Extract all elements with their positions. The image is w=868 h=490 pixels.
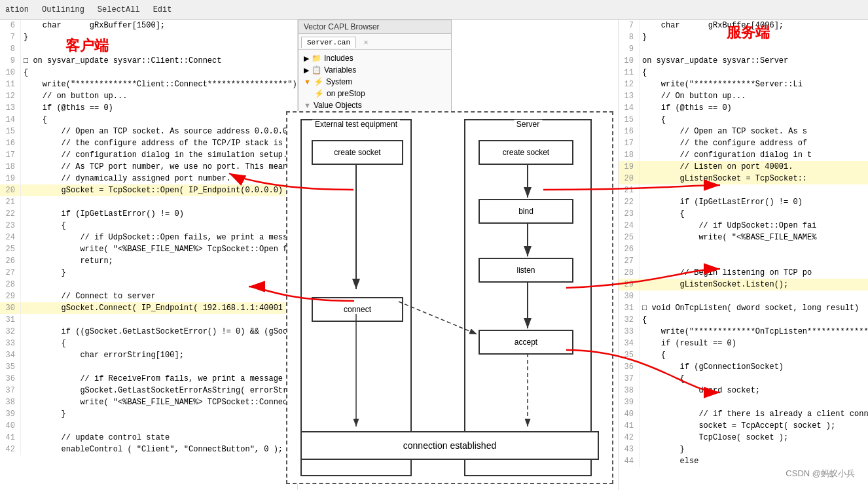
- section-ext: External test equipment create socket co…: [300, 119, 412, 476]
- line-number: 30: [0, 302, 21, 314]
- line-content: // on button up...: [24, 90, 127, 102]
- code-line: 40: [0, 420, 297, 432]
- toolbar-item-outlining[interactable]: Outlining: [42, 5, 84, 14]
- section-server: Server create socket bind listen accept: [464, 119, 592, 476]
- line-number: 32: [0, 326, 21, 338]
- section-ext-title: External test equipment: [312, 120, 400, 129]
- line-content: }: [24, 267, 66, 279]
- code-line: 21: [0, 196, 297, 208]
- line-number: 13: [0, 102, 21, 114]
- capl-tab-server[interactable]: Server.can: [301, 37, 356, 48]
- line-number: 27: [619, 255, 640, 267]
- capl-tree-variables[interactable]: ▶ 📋 Variables: [304, 64, 446, 76]
- code-line: 26: [619, 243, 868, 255]
- capl-tab-close[interactable]: ✕: [364, 39, 369, 46]
- line-content: }: [24, 31, 28, 43]
- code-line: 33 {: [0, 338, 297, 349]
- line-number: 36: [619, 361, 640, 373]
- left-code-panel: 6 char gRxBuffer[1500];7}89□ on sysvar_u…: [0, 20, 298, 490]
- line-content: // Open an TCP socket. As source address…: [24, 126, 297, 137]
- line-number: 43: [619, 444, 640, 455]
- code-line: 36 // if ReceiveFrom fails, we print a m…: [0, 373, 297, 385]
- capl-tree-includes[interactable]: ▶ 📁 Includes: [304, 52, 446, 64]
- line-content: }: [24, 408, 66, 420]
- code-line: 21: [619, 184, 868, 196]
- line-number: 8: [619, 31, 640, 43]
- line-content: □ void OnTcpListen( dword socket, long r…: [642, 302, 859, 314]
- code-line: 29 // Connect to server: [0, 290, 297, 302]
- code-line: 31□ void OnTcpListen( dword socket, long…: [619, 302, 868, 314]
- code-line: 22 if (IpGetLastError() != 0): [0, 208, 297, 220]
- bind-box: bind: [479, 199, 573, 224]
- line-number: 35: [0, 361, 21, 373]
- code-line: 38 dword socket;: [619, 385, 868, 396]
- line-number: 12: [619, 79, 640, 90]
- line-number: 27: [0, 267, 21, 279]
- code-line: 32{: [619, 314, 868, 326]
- line-number: 38: [0, 396, 21, 408]
- line-number: 34: [619, 338, 640, 349]
- line-number: 21: [0, 196, 21, 208]
- capl-title-bar: Vector CAPL Browser: [298, 20, 451, 34]
- line-content: {: [24, 338, 66, 349]
- line-content: if (@this == 0): [642, 102, 732, 114]
- toolbar-item-edit[interactable]: Edit: [153, 5, 172, 14]
- line-number: 9: [619, 43, 640, 55]
- toolbar-item-selectall[interactable]: SelectAll: [98, 5, 140, 14]
- capl-tree-prestop[interactable]: ⚡ on preStop: [314, 88, 446, 99]
- line-number: 14: [0, 114, 21, 126]
- code-line: 44 else: [619, 455, 868, 467]
- line-number: 40: [619, 408, 640, 420]
- line-number: 35: [619, 349, 640, 361]
- line-content: gSocket.GetLastSocketErrorAsString( erro…: [24, 385, 297, 396]
- code-line: 19 // dynamically assigned port number.: [0, 173, 297, 184]
- line-number: 34: [0, 349, 21, 361]
- line-content: write( "<%BASE_FILE_NAME%> TCPSocket::Co…: [24, 396, 297, 408]
- line-content: if (gConnectionSocket): [642, 361, 784, 373]
- line-number: 30: [619, 290, 640, 302]
- line-number: 21: [619, 184, 640, 196]
- code-line: 14 if (@this == 0): [619, 102, 868, 114]
- create-socket-left-box: create socket: [312, 140, 403, 165]
- capl-tree-system-label: System: [326, 77, 352, 86]
- capl-tree-valueobjects[interactable]: ▼ Value Objects: [304, 99, 446, 111]
- line-content: enableControl ( "Client", "ConnectButton…: [24, 444, 283, 455]
- code-line: 34 char errorString[100];: [0, 349, 297, 361]
- capl-tree-prestop-label: on preStop: [327, 89, 365, 98]
- code-line: 33 write("*************OnTcpListen******…: [619, 326, 868, 338]
- code-line: 11 write("*************Client::Connect**…: [0, 79, 297, 90]
- line-number: 13: [619, 90, 640, 102]
- line-number: 33: [619, 326, 640, 338]
- diagram-box: External test equipment create socket co…: [286, 111, 613, 484]
- capl-tree-system[interactable]: ▼ ⚡ System: [304, 76, 446, 88]
- line-content: // if there is already a client connecte…: [642, 408, 868, 420]
- code-line: 38 write( "<%BASE_FILE_NAME%> TCPSocket:…: [0, 396, 297, 408]
- line-number: 22: [619, 196, 640, 208]
- code-line: 24 // if UdpSocket::Open fai: [619, 220, 868, 232]
- line-number: 11: [0, 79, 21, 90]
- code-line: 32 if ((gSocket.GetLastSocketError() != …: [0, 326, 297, 338]
- line-number: 10: [619, 55, 640, 67]
- code-line: 15 // Open an TCP socket. As source addr…: [0, 126, 297, 137]
- line-content: // On button up...: [642, 90, 746, 102]
- line-content: gSocket = TcpSocket::Open( IP_Endpoint(0…: [24, 184, 297, 196]
- line-content: gListenSocket = TcpSocket::: [642, 173, 807, 184]
- code-line: 23 {: [0, 220, 297, 232]
- line-content: // if UdpSocket::Open fails, we print a …: [24, 232, 297, 243]
- create-socket-right-box: create socket: [479, 140, 573, 165]
- line-content: {: [642, 67, 647, 79]
- code-line: 37 {: [619, 373, 868, 385]
- line-number: 39: [0, 408, 21, 420]
- toolbar-item-ation[interactable]: ation: [5, 5, 29, 14]
- line-number: 28: [0, 279, 21, 290]
- code-line: 30: [619, 290, 868, 302]
- line-number: 10: [0, 67, 21, 79]
- line-number: 19: [619, 161, 640, 173]
- line-number: 42: [0, 444, 21, 455]
- line-number: 42: [619, 432, 640, 444]
- code-line: 7}: [0, 31, 297, 43]
- line-content: if ((gSocket.GetLastSocketError() != 0) …: [24, 326, 297, 338]
- code-line: 10on sysvar_update sysvar::Server: [619, 55, 868, 67]
- code-line: 43 }: [619, 444, 868, 455]
- code-line: 9□ on sysvar_update sysvar::Client::Conn…: [0, 55, 297, 67]
